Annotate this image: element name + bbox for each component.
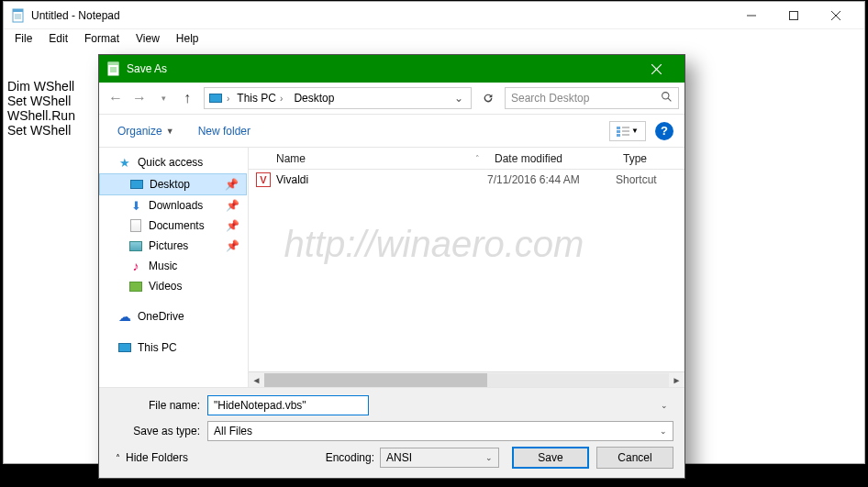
- nav-back-button[interactable]: ←: [105, 87, 127, 109]
- minimize-button[interactable]: [730, 2, 773, 28]
- dialog-nav-row: ← → ▾ ↑ › This PC › Desktop ⌄ Search Des…: [99, 83, 684, 115]
- svg-rect-10: [108, 62, 118, 65]
- nav-up-button[interactable]: ↑: [176, 87, 198, 109]
- chevron-down-icon: ▼: [631, 127, 639, 135]
- notepad-app-icon: [11, 8, 26, 23]
- help-button[interactable]: ?: [655, 122, 673, 140]
- chevron-up-icon: ˄: [116, 453, 120, 463]
- svg-rect-6: [790, 11, 798, 19]
- saveastype-label: Save as type:: [110, 425, 207, 437]
- menu-file[interactable]: File: [7, 30, 39, 47]
- nav-forward-button[interactable]: →: [128, 87, 150, 109]
- chevron-down-icon[interactable]: ⌄: [661, 401, 668, 410]
- breadcrumb-separator-icon: ›: [227, 94, 229, 104]
- view-mode-button[interactable]: ▼: [609, 121, 646, 141]
- filename-input[interactable]: [207, 395, 369, 415]
- column-type[interactable]: Type: [616, 152, 680, 165]
- music-icon: ♪: [128, 259, 143, 273]
- hidefolders-button[interactable]: ˄ Hide Folders: [110, 448, 194, 468]
- chevron-down-icon: ⌄: [660, 426, 667, 436]
- save-button[interactable]: Save: [512, 447, 589, 469]
- vivaldi-icon: V: [256, 172, 271, 187]
- documents-icon: [128, 218, 143, 233]
- sort-asc-icon: ˄: [475, 154, 480, 163]
- dialog-main: ★ Quick access Desktop 📌 ⬇ Downloads 📌 D…: [99, 148, 684, 387]
- nav-item-pictures[interactable]: Pictures 📌: [99, 236, 247, 256]
- star-icon: ★: [117, 155, 132, 170]
- nav-pane: ★ Quick access Desktop 📌 ⬇ Downloads 📌 D…: [99, 148, 248, 387]
- scroll-right-button[interactable]: ►: [669, 373, 684, 387]
- cloud-icon: ☁: [117, 309, 132, 324]
- horizontal-scrollbar[interactable]: ◄ ►: [249, 371, 684, 387]
- file-list[interactable]: VVivaldi 7/11/2016 6:44 AM Shortcut: [249, 170, 684, 371]
- column-headers: Name˄ Date modified Type: [249, 148, 684, 170]
- cancel-button[interactable]: Cancel: [596, 447, 673, 469]
- scroll-track[interactable]: [264, 373, 669, 387]
- search-placeholder: Search Desktop: [511, 92, 589, 105]
- nav-item-videos[interactable]: Videos: [99, 276, 247, 296]
- menu-view[interactable]: View: [128, 30, 167, 47]
- nav-item-downloads[interactable]: ⬇ Downloads 📌: [99, 195, 247, 216]
- svg-rect-18: [617, 127, 620, 129]
- file-row[interactable]: VVivaldi 7/11/2016 6:44 AM Shortcut: [249, 170, 684, 190]
- nav-item-desktop[interactable]: Desktop 📌: [99, 173, 247, 195]
- notepad-title: Untitled - Notepad: [31, 9, 730, 22]
- nav-quick-access[interactable]: ★ Quick access: [99, 151, 247, 173]
- dialog-toolbar: Organize ▼ New folder ▼ ?: [99, 115, 684, 148]
- nav-thispc[interactable]: This PC: [99, 337, 247, 359]
- monitor-icon: [117, 340, 132, 355]
- dialog-title: Save As: [127, 62, 636, 75]
- pictures-icon: [128, 238, 143, 253]
- dialog-close-button[interactable]: [636, 56, 677, 82]
- search-input[interactable]: Search Desktop: [505, 87, 679, 109]
- downloads-icon: ⬇: [128, 198, 143, 213]
- organize-button[interactable]: Organize ▼: [110, 121, 182, 141]
- column-name[interactable]: Name˄: [249, 152, 487, 165]
- svg-rect-20: [617, 134, 620, 137]
- breadcrumb-thispc[interactable]: This PC ›: [233, 92, 286, 105]
- scroll-thumb[interactable]: [264, 373, 487, 387]
- dialog-titlebar[interactable]: Save As: [99, 55, 684, 83]
- svg-point-16: [662, 93, 669, 99]
- newfolder-button[interactable]: New folder: [191, 121, 258, 141]
- pin-icon: 📌: [225, 178, 239, 191]
- saveastype-select[interactable]: All Files ⌄: [207, 421, 673, 441]
- pin-icon: 📌: [226, 199, 239, 212]
- close-button[interactable]: [815, 2, 857, 28]
- dialog-bottom-panel: File name: ⌄ Save as type: All Files ⌄ ˄…: [99, 387, 684, 478]
- svg-line-17: [668, 98, 671, 101]
- chevron-down-icon: ⌄: [485, 453, 493, 462]
- filename-label: File name:: [110, 399, 207, 412]
- nav-item-documents[interactable]: Documents 📌: [99, 216, 247, 236]
- chevron-down-icon: ▼: [166, 127, 174, 136]
- address-bar[interactable]: › This PC › Desktop ⌄: [204, 87, 472, 109]
- save-as-dialog: Save As ← → ▾ ↑ › This PC › Desktop ⌄ Se…: [98, 54, 685, 479]
- pin-icon: 📌: [226, 239, 239, 252]
- encoding-label: Encoding:: [326, 451, 374, 464]
- scroll-left-button[interactable]: ◄: [249, 373, 264, 387]
- desktop-icon: [129, 177, 144, 192]
- view-icon: [617, 126, 629, 137]
- menu-edit[interactable]: Edit: [41, 30, 75, 47]
- menu-format[interactable]: Format: [77, 30, 127, 47]
- notepad-menubar: File Edit Format View Help: [4, 29, 864, 48]
- nav-recent-button[interactable]: ▾: [152, 87, 174, 109]
- maximize-button[interactable]: [773, 2, 815, 28]
- notepad-titlebar[interactable]: Untitled - Notepad: [4, 2, 864, 29]
- pin-icon: 📌: [226, 219, 239, 232]
- refresh-button[interactable]: [477, 87, 499, 109]
- breadcrumb-desktop[interactable]: Desktop: [290, 92, 338, 105]
- nav-onedrive[interactable]: ☁ OneDrive: [99, 305, 247, 327]
- svg-rect-1: [13, 9, 23, 12]
- column-date[interactable]: Date modified: [487, 152, 616, 165]
- svg-rect-19: [617, 130, 620, 133]
- dialog-app-icon: [106, 61, 121, 76]
- address-dropdown-icon[interactable]: ⌄: [451, 92, 467, 105]
- videos-icon: [128, 279, 143, 293]
- nav-item-music[interactable]: ♪ Music: [99, 256, 247, 276]
- file-content-pane: Name˄ Date modified Type VVivaldi 7/11/2…: [248, 148, 684, 387]
- search-icon: [661, 91, 673, 105]
- monitor-icon: [208, 91, 223, 105]
- encoding-select[interactable]: ANSI ⌄: [380, 448, 499, 468]
- menu-help[interactable]: Help: [169, 30, 206, 47]
